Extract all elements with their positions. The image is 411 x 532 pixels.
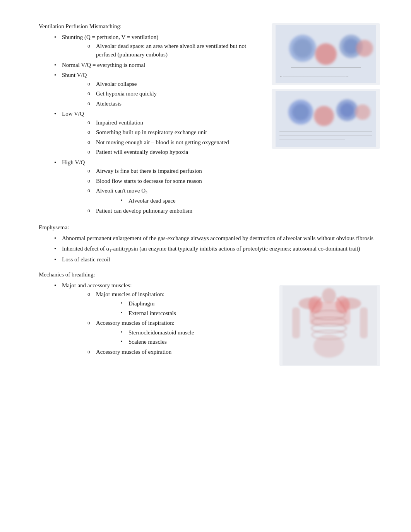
list-item: Not moving enough air – blood is not get… (85, 138, 380, 147)
page-content: ←——————————————————→ (39, 23, 380, 366)
list-item: Accessory muscles of inspiration: Sterno… (85, 319, 380, 346)
shunt-vq-text: Shunt V/Q (62, 72, 87, 78)
vp-bullet-list: Shunting (Q = perfusion, V = ventilation… (51, 33, 380, 215)
shunt-vq-subitems: Alveolar collapse Get hypoxia more quick… (62, 80, 380, 108)
emphysema-heading: Emphysema: (39, 224, 380, 231)
mechanics-bullet-list: Major and accessory muscles: Major muscl… (51, 281, 380, 356)
list-item: Major and accessory muscles: Major muscl… (51, 281, 380, 356)
major-inspiration-square-list: Diaphragm External intercostals (119, 299, 380, 317)
list-item: External intercostals (119, 309, 380, 318)
emphysema-section: Emphysema: Abnormal permanent enlargemen… (39, 224, 380, 264)
list-item: Shunt V/Q Alveolar collapse Get hypoxia … (51, 71, 380, 108)
accessory-inspiration-text: Accessory muscles of inspiration: (96, 320, 175, 326)
muscles-subitems: Major muscles of inspiration: Diaphragm … (62, 290, 380, 356)
list-item: Something built up in respiratory exchan… (85, 128, 380, 137)
shunting-subitems: Alveolar dead space: an area where alveo… (62, 42, 380, 59)
list-item: Major muscles of inspiration: Diaphragm … (85, 290, 380, 318)
list-item: High V/Q Airway is fine but there is imp… (51, 158, 380, 215)
list-item: Alveolar dead space: an area where alveo… (85, 42, 380, 59)
alveoli-o2-text: Alveoli can't move O2 (96, 188, 147, 194)
major-inspiration-subitems: Diaphragm External intercostals (96, 299, 380, 317)
list-item: Low V/Q Impaired ventilation Something b… (51, 109, 380, 157)
accessory-inspiration-square-list: Sternocleidomastoid muscle Scalene muscl… (119, 328, 380, 346)
list-item: Alveolar collapse (85, 80, 380, 89)
vp-mismatching-section: ←——————————————————→ (39, 23, 380, 217)
list-item: Get hypoxia more quickly (85, 89, 380, 98)
low-vq-subitems: Impaired ventilation Something built up … (62, 118, 380, 157)
accessory-expiration-item: Accessory muscles of expiration (85, 348, 380, 356)
list-item: Diaphragm (119, 299, 380, 308)
vp-list: Shunting (Q = perfusion, V = ventilation… (39, 33, 380, 215)
muscles-circle-list: Major muscles of inspiration: Diaphragm … (85, 290, 380, 356)
mechanics-section: Mechanics of breathing: (39, 271, 380, 366)
emphysema-list: Abnormal permanent enlargement of the ga… (39, 234, 380, 264)
list-item: Scalene muscles (119, 338, 380, 346)
shunting-circle-list: Alveolar dead space: an area where alveo… (85, 42, 380, 59)
mechanics-list: Major and accessory muscles: Major muscl… (39, 281, 380, 356)
list-item: Atelectasis (85, 99, 380, 108)
list-item: Sternocleidomastoid muscle (119, 328, 380, 337)
shunting-text: Shunting (Q = perfusion, V = ventilation… (62, 34, 158, 40)
low-vq-text: Low V/Q (62, 111, 84, 117)
emphysema-bullet-list: Abnormal permanent enlargement of the ga… (51, 234, 380, 264)
list-item: Patient will eventually develop hypoxia (85, 148, 380, 157)
list-item: Shunting (Q = perfusion, V = ventilation… (51, 33, 380, 59)
list-item: Loss of elastic recoil (51, 255, 380, 264)
list-item: Impaired ventilation (85, 118, 380, 127)
high-vq-circle-list: Airway is fine but there is impaired per… (85, 167, 380, 215)
list-item: Alveoli can't move O2 Alveolar dead spac… (85, 186, 380, 205)
major-accessory-text: Major and accessory muscles: (62, 282, 132, 288)
accessory-expiration-text: Accessory muscles of expiration (96, 349, 171, 355)
mechanics-heading: Mechanics of breathing: (39, 271, 380, 278)
accessory-inspiration-subitems: Sternocleidomastoid muscle Scalene muscl… (96, 328, 380, 346)
alveoli-square-list: Alveolar dead space (119, 196, 380, 205)
alveoli-sub: Alveolar dead space (96, 196, 380, 205)
list-item: Normal V/Q = everything is normal (51, 61, 380, 70)
list-item: Abnormal permanent enlargement of the ga… (51, 234, 380, 243)
list-item: Blood flow starts to decrease for some r… (85, 177, 380, 186)
high-vq-text: High V/Q (62, 159, 85, 165)
list-item: Inherited defect of α1-antitrypsin (an e… (51, 244, 380, 254)
list-item: Airway is fine but there is impaired per… (85, 167, 380, 176)
major-inspiration-text: Major muscles of inspiration: (96, 291, 164, 297)
low-vq-circle-list: Impaired ventilation Something built up … (85, 118, 380, 157)
shunt-vq-circle-list: Alveolar collapse Get hypoxia more quick… (85, 80, 380, 108)
high-vq-subitems: Airway is fine but there is impaired per… (62, 167, 380, 215)
list-item: Alveolar dead space (119, 196, 380, 205)
list-item: Patient can develop pulmonary embolism (85, 206, 380, 215)
